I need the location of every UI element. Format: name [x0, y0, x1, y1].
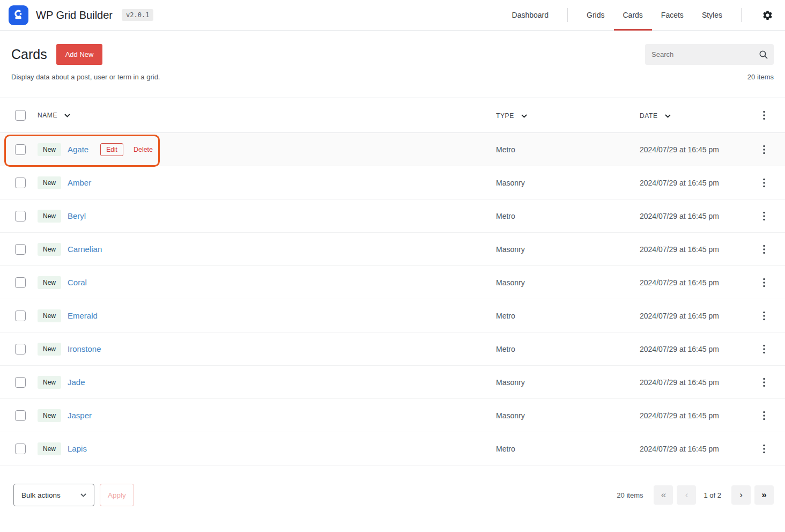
new-badge: New — [38, 176, 61, 189]
chevron-down-icon — [521, 114, 527, 118]
kebab-menu-icon — [763, 245, 765, 254]
card-name-link[interactable]: Emerald — [68, 311, 98, 320]
kebab-menu-icon — [763, 211, 765, 221]
page-header: Cards Add New Display data about a post,… — [0, 31, 785, 98]
edit-button[interactable]: Edit — [100, 143, 123, 156]
row-checkbox[interactable] — [15, 277, 26, 288]
card-name-link[interactable]: Agate — [68, 145, 88, 154]
card-date: 2024/07/29 at 16:45 pm — [640, 378, 756, 387]
row-checkbox[interactable] — [15, 344, 26, 354]
row-checkbox[interactable] — [15, 444, 26, 454]
table-row: New Amber Masonry 2024/07/29 at 16:45 pm — [0, 166, 785, 200]
new-badge: New — [38, 343, 61, 356]
chevron-down-icon — [665, 114, 671, 118]
cards-table-body: New Agate Edit Delete Metro 2024/07/29 a… — [0, 133, 785, 466]
apply-button[interactable]: Apply — [100, 484, 134, 506]
sort-by-date-button[interactable]: DATE — [640, 112, 671, 120]
card-name-link[interactable]: Carnelian — [68, 245, 102, 254]
row-options-menu[interactable] — [759, 175, 769, 190]
row-options-menu[interactable] — [759, 441, 769, 456]
card-date: 2024/07/29 at 16:45 pm — [640, 145, 756, 154]
card-name-link[interactable]: Jasper — [68, 411, 92, 420]
table-row: New Agate Edit Delete Metro 2024/07/29 a… — [0, 133, 785, 166]
card-name-link[interactable]: Lapis — [68, 444, 87, 453]
row-checkbox[interactable] — [15, 211, 26, 221]
row-options-menu[interactable] — [759, 142, 769, 157]
card-name-link[interactable]: Coral — [68, 278, 87, 287]
sort-by-type-button[interactable]: TYPE — [496, 112, 527, 120]
card-date: 2024/07/29 at 16:45 pm — [640, 245, 756, 254]
page-description: Display data about a post, user or term … — [11, 73, 160, 81]
new-badge: New — [38, 442, 61, 455]
table-row: New Jasper Masonry 2024/07/29 at 16:45 p… — [0, 399, 785, 432]
card-name-link[interactable]: Ironstone — [68, 344, 101, 353]
brand: WP Grid Builder v2.0.1 — [9, 5, 153, 25]
row-options-menu[interactable] — [759, 275, 769, 290]
select-all-checkbox[interactable] — [15, 110, 26, 121]
next-page-button[interactable]: › — [731, 485, 751, 505]
card-type: Metro — [496, 345, 640, 353]
bulk-actions-select[interactable]: Bulk actions — [13, 484, 94, 506]
search-box — [645, 44, 774, 65]
row-options-menu[interactable] — [759, 408, 769, 423]
card-date: 2024/07/29 at 16:45 pm — [640, 278, 756, 287]
settings-gear-icon[interactable] — [759, 6, 776, 24]
add-new-button[interactable]: Add New — [56, 44, 103, 65]
search-input[interactable] — [645, 44, 774, 65]
pagination-items-count: 20 items — [617, 491, 643, 499]
row-options-menu[interactable] — [759, 375, 769, 390]
card-name-link[interactable]: Beryl — [68, 211, 86, 220]
search-icon[interactable] — [759, 50, 768, 60]
new-badge: New — [38, 210, 61, 223]
row-options-menu[interactable] — [759, 242, 769, 257]
new-badge: New — [38, 409, 61, 422]
nav-dashboard[interactable]: Dashboard — [503, 0, 558, 30]
last-page-button[interactable]: » — [754, 485, 774, 505]
row-options-menu[interactable] — [759, 209, 769, 224]
wp-grid-builder-logo-icon — [9, 5, 28, 25]
card-type: Metro — [496, 312, 640, 320]
row-options-menu[interactable] — [759, 342, 769, 357]
kebab-menu-icon — [763, 110, 765, 120]
previous-page-button[interactable]: ‹ — [677, 485, 696, 505]
new-badge: New — [38, 276, 61, 289]
delete-button[interactable]: Delete — [134, 146, 153, 153]
row-checkbox[interactable] — [15, 377, 26, 388]
kebab-menu-icon — [763, 344, 765, 354]
nav-divider — [741, 8, 742, 22]
chevron-down-icon — [80, 493, 86, 497]
card-date: 2024/07/29 at 16:45 pm — [640, 312, 756, 320]
card-name-link[interactable]: Amber — [68, 178, 91, 187]
row-checkbox[interactable] — [15, 144, 26, 155]
table-options-menu[interactable] — [759, 108, 769, 123]
card-date: 2024/07/29 at 16:45 pm — [640, 411, 756, 420]
row-checkbox[interactable] — [15, 178, 26, 188]
card-type: Masonry — [496, 411, 640, 420]
row-checkbox[interactable] — [15, 244, 26, 255]
version-badge: v2.0.1 — [122, 9, 153, 21]
nav-grids[interactable]: Grids — [577, 0, 613, 30]
column-header-name: NAME — [38, 112, 57, 119]
row-checkbox[interactable] — [15, 410, 26, 421]
top-header: WP Grid Builder v2.0.1 Dashboard Grids C… — [0, 0, 785, 31]
nav-facets[interactable]: Facets — [652, 0, 693, 30]
card-type: Masonry — [496, 278, 640, 287]
row-options-menu[interactable] — [759, 308, 769, 323]
sort-by-name-button[interactable]: NAME — [38, 112, 70, 119]
nav-cards[interactable]: Cards — [614, 0, 652, 30]
row-checkbox[interactable] — [15, 311, 26, 321]
table-footer: Bulk actions Apply 20 items « ‹ 1 of 2 ›… — [0, 466, 785, 506]
card-type: Metro — [496, 445, 640, 453]
bulk-actions-label: Bulk actions — [21, 491, 61, 499]
table-row: New Ironstone Metro 2024/07/29 at 16:45 … — [0, 332, 785, 366]
table-header-row: NAME TYPE DATE — [0, 98, 785, 133]
items-count: 20 items — [645, 73, 774, 81]
first-page-button[interactable]: « — [654, 485, 673, 505]
kebab-menu-icon — [763, 411, 765, 420]
page-status: 1 of 2 — [703, 491, 721, 499]
nav-styles[interactable]: Styles — [693, 0, 731, 30]
card-name-link[interactable]: Jade — [68, 378, 85, 387]
kebab-menu-icon — [763, 378, 765, 387]
page-header-right: 20 items — [645, 44, 774, 98]
column-header-date: DATE — [640, 112, 658, 120]
